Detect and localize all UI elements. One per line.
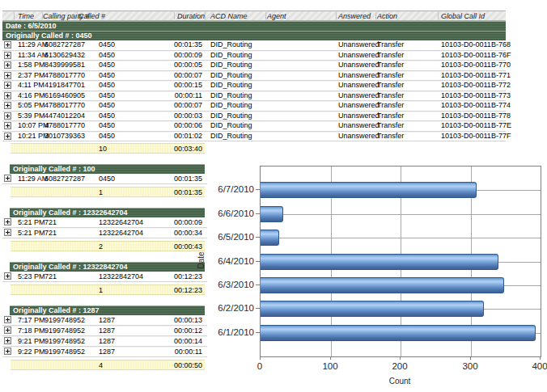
summary-total-duration: 00:00:43 bbox=[174, 242, 202, 251]
duration-cell: 00:00:11 bbox=[174, 347, 205, 357]
time-cell: 5:23 PM bbox=[14, 272, 42, 282]
expand-row-icon[interactable] bbox=[4, 61, 11, 69]
called-number-cell: 1287 bbox=[77, 326, 174, 336]
column-divider bbox=[336, 12, 337, 19]
answered-cell: Unanswered bbox=[336, 71, 375, 82]
expand-row-icon[interactable] bbox=[4, 112, 11, 120]
expand-row-icon[interactable] bbox=[4, 82, 11, 89]
expand-cell bbox=[2, 174, 14, 184]
time-cell: 10:21 PM bbox=[14, 132, 42, 143]
chart-bar bbox=[261, 206, 283, 222]
grid-line-horizontal bbox=[261, 238, 541, 238]
originally-called-group: Originally Called # : 12322642704 5:21 P… bbox=[2, 208, 213, 251]
call-table-row: 4:11 PM 4191847701 0450 00:00:15 DID_Rou… bbox=[2, 81, 506, 91]
time-cell: 2:37 PM bbox=[14, 71, 42, 82]
y-axis-tick bbox=[256, 308, 260, 309]
x-axis-tick bbox=[330, 356, 331, 360]
grid-line-vertical bbox=[471, 166, 472, 356]
x-axis-tick-label: 300 bbox=[454, 361, 486, 371]
main-group-rows: 11:29 AM 6082727287 0450 00:01:35 DID_Ro… bbox=[2, 40, 506, 141]
x-axis-tick bbox=[400, 356, 401, 360]
called-number-cell: 0450 bbox=[77, 91, 174, 103]
global-call-id-cell: 10103-D0-0011B-770 bbox=[438, 61, 506, 72]
expand-row-icon[interactable] bbox=[4, 102, 11, 109]
y-axis-category-label: 6/3/2010 bbox=[206, 280, 254, 289]
call-table-row: 5:23 PM 721 12322842704 00:12:23 bbox=[2, 272, 207, 282]
time-cell: 5:21 PM bbox=[14, 217, 42, 228]
column-header-action: Action bbox=[377, 12, 397, 21]
answered-cell: Unanswered bbox=[336, 81, 375, 92]
call-detail-report: Time Calling party # Called # Duration A… bbox=[2, 11, 506, 154]
calling-party-cell: 4474012204 bbox=[42, 112, 77, 123]
group-summary-row: 10 00:03:40 bbox=[11, 143, 205, 154]
calling-party-cell: 3010739363 bbox=[42, 132, 77, 143]
acd-name-cell: DID_Routing bbox=[205, 61, 265, 72]
chart-bar bbox=[261, 301, 484, 317]
global-call-id-cell: 10103-D0-0011B-778 bbox=[438, 112, 506, 123]
expand-row-icon[interactable] bbox=[4, 327, 11, 334]
expand-row-icon[interactable] bbox=[4, 41, 11, 48]
expand-cell bbox=[2, 336, 14, 347]
agent-cell bbox=[265, 101, 336, 112]
agent-cell bbox=[265, 121, 336, 133]
called-number-cell: 0450 bbox=[77, 61, 174, 72]
expand-cell bbox=[2, 40, 14, 52]
duration-cell: 00:00:09 bbox=[174, 51, 205, 62]
column-divider bbox=[375, 12, 376, 19]
expand-cell bbox=[2, 132, 14, 143]
expand-row-icon[interactable] bbox=[4, 175, 11, 182]
acd-name-cell: DID_Routing bbox=[205, 132, 265, 143]
action-cell: Transfer bbox=[375, 112, 438, 123]
expand-row-icon[interactable] bbox=[4, 122, 11, 129]
call-table-row: 5:39 PM 4474012204 0450 00:00:03 DID_Rou… bbox=[2, 112, 506, 122]
expand-row-icon[interactable] bbox=[4, 218, 11, 226]
y-axis-category-label: 6/5/2010 bbox=[206, 232, 254, 242]
acd-name-cell: DID_Routing bbox=[205, 101, 265, 112]
expand-row-icon[interactable] bbox=[4, 348, 11, 355]
answered-cell: Unanswered bbox=[336, 121, 375, 133]
grid-line-horizontal bbox=[261, 285, 541, 286]
duration-cell: 00:00:03 bbox=[174, 112, 205, 123]
expand-row-icon[interactable] bbox=[4, 272, 11, 280]
expand-row-icon[interactable] bbox=[4, 229, 11, 236]
originally-called-group: Originally Called # : 12322842704 5:23 P… bbox=[2, 262, 213, 295]
y-axis-tick bbox=[256, 261, 260, 262]
call-table-row: 9:22 PM 9199748952 1287 00:00:11 bbox=[2, 347, 207, 357]
expand-row-icon[interactable] bbox=[4, 52, 11, 59]
global-call-id-cell: 10103-D0-0011B-77E bbox=[438, 121, 506, 133]
acd-name-cell: DID_Routing bbox=[205, 112, 265, 123]
originally-called-group-band: Originally Called # : 12322842704 bbox=[10, 262, 205, 272]
time-cell: 10:07 PM bbox=[14, 121, 42, 133]
global-call-id-cell: 10103-D0-0011B-771 bbox=[438, 71, 506, 82]
originally-called-group: Originally Called # : 1287 7:17 PM 91997… bbox=[2, 306, 213, 370]
answered-cell: Unanswered bbox=[336, 112, 375, 123]
expand-row-icon[interactable] bbox=[4, 72, 11, 79]
call-table-row: 5:21 PM 721 12322642704 00:00:34 bbox=[2, 228, 207, 238]
time-cell: 1:58 PM bbox=[14, 61, 42, 72]
table-header-row: Time Calling party # Called # Duration A… bbox=[2, 11, 506, 21]
x-axis-tick-label: 400 bbox=[524, 361, 547, 371]
duration-cell: 00:01:02 bbox=[174, 132, 205, 143]
called-number-cell: 12322642704 bbox=[77, 217, 174, 228]
expand-cell bbox=[2, 347, 14, 357]
duration-cell: 00:00:07 bbox=[174, 101, 205, 112]
expand-cell bbox=[2, 51, 14, 62]
duration-cell: 00:00:12 bbox=[174, 326, 205, 336]
y-axis-category-label: 6/7/2010 bbox=[206, 184, 254, 194]
expand-row-icon[interactable] bbox=[4, 316, 11, 323]
call-table-row: 5:21 PM 721 12322642704 00:00:09 bbox=[2, 217, 207, 228]
summary-total-duration: 00:00:50 bbox=[174, 361, 202, 370]
global-call-id-cell: 10103-D0-0011B-772 bbox=[438, 81, 506, 92]
expand-row-icon[interactable] bbox=[4, 337, 11, 344]
expand-row-icon[interactable] bbox=[4, 92, 11, 99]
agent-cell bbox=[265, 91, 336, 103]
called-number-cell: 0450 bbox=[77, 174, 174, 184]
call-table-row: 2:37 PM 4788017770 0450 00:00:07 DID_Rou… bbox=[2, 71, 506, 82]
called-number-cell: 12322642704 bbox=[77, 228, 174, 238]
acd-name-cell: DID_Routing bbox=[205, 40, 265, 52]
column-divider bbox=[265, 12, 266, 19]
calling-party-cell: 6130629432 bbox=[42, 51, 77, 62]
called-number-cell: 12322842704 bbox=[77, 272, 174, 282]
action-cell: Transfer bbox=[375, 121, 438, 133]
expand-row-icon[interactable] bbox=[4, 133, 11, 140]
